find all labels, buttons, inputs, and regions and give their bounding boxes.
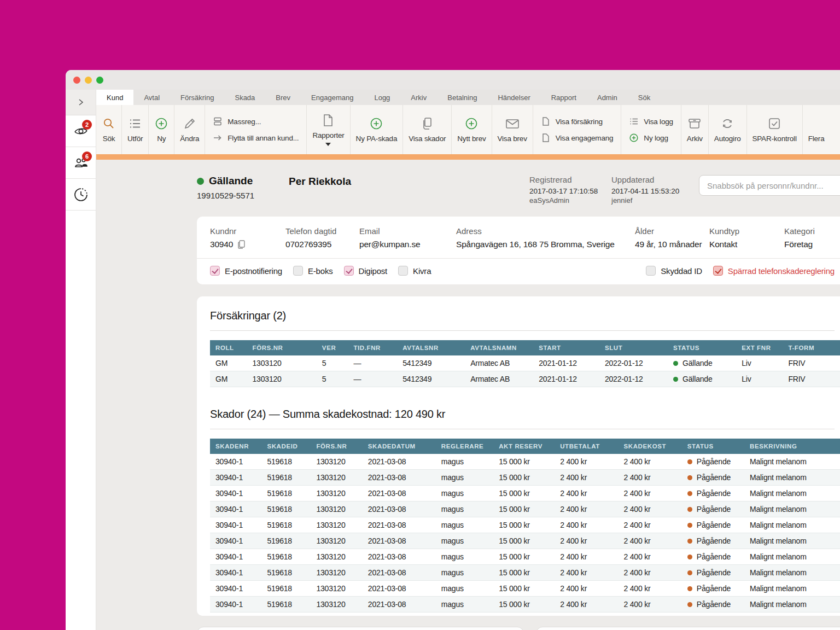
table-cell: 15 000 kr [493, 597, 555, 612]
column-header[interactable]: AVTALSNR [397, 340, 465, 355]
copy-icon[interactable] [237, 240, 246, 249]
table-row[interactable]: 30940-151961813031202021-03-08magus15 00… [210, 501, 840, 517]
visa-forsakring-button[interactable]: Visa försäkring [541, 116, 603, 126]
table-cell: 2 400 kr [618, 517, 681, 533]
table-cell: 519618 [261, 612, 311, 616]
column-header[interactable]: SLUT [599, 340, 668, 355]
autogiro-button[interactable]: Autogiro [709, 105, 747, 154]
column-header[interactable]: REGLERARE [436, 439, 493, 454]
nytt-brev-button[interactable]: Nytt brev [452, 105, 492, 154]
tab-forsakring[interactable]: Försäkring [170, 90, 224, 105]
checkbox-eboks[interactable]: E-boks [293, 266, 333, 276]
visa-brev-button[interactable]: Visa brev [492, 105, 533, 154]
arkiv-button[interactable]: Arkiv [681, 105, 709, 154]
table-cell: PrivatAccess... [837, 501, 840, 517]
checkbox-kivra[interactable]: Kivra [398, 266, 431, 276]
table-row[interactable]: 30940-151961813031202021-03-08magus15 00… [210, 486, 840, 501]
ny-logg-button[interactable]: Ny logg [629, 133, 668, 143]
sidebar-item-customers[interactable]: 6 [66, 147, 96, 179]
table-row[interactable]: 30940-151961813031202021-03-08magus15 00… [210, 517, 840, 533]
table-row[interactable]: 30940-151961813031202021-03-08magus15 00… [210, 581, 840, 597]
tab-betalning[interactable]: Betalning [437, 90, 487, 105]
column-header[interactable]: FÖRS.NR [247, 340, 317, 355]
utfor-button[interactable]: Utför [122, 105, 149, 154]
column-header[interactable]: VER [317, 340, 348, 355]
sidebar-item-watch[interactable]: 2 [66, 115, 96, 147]
sidebar-expand-button[interactable] [66, 90, 96, 115]
tab-brev[interactable]: Brev [265, 90, 301, 105]
table-row[interactable]: 30940-151961813031202021-03-08magus15 00… [210, 470, 840, 486]
table-cell: Malignt melanom [744, 470, 837, 486]
column-header[interactable]: TID.FNR [348, 340, 397, 355]
customer-status: Gällande 19910529-5571 [197, 175, 289, 200]
clock-icon [73, 187, 89, 202]
table-row[interactable]: 30940-151961813031202021-03-08magus15 00… [210, 454, 840, 470]
tab-kund[interactable]: Kund [96, 90, 133, 105]
checkbox-digipost[interactable]: Digipost [344, 266, 388, 276]
table-row[interactable]: 30940-151961813031202021-03-08magus15 00… [210, 565, 840, 581]
flytta-button[interactable]: Flytta till annan kund... [213, 133, 299, 143]
table-row[interactable]: 30940-151961813031202021-03-08magus15 00… [210, 533, 840, 549]
column-header[interactable]: ROLL [210, 340, 247, 355]
column-header[interactable]: UTBETALAT [555, 439, 618, 454]
table-cell: Armatec AB [465, 355, 533, 371]
tab-arkiv[interactable]: Arkiv [400, 90, 437, 105]
rapporter-button[interactable]: Rapporter [307, 105, 350, 154]
ny-button[interactable]: Ny [149, 105, 174, 154]
table-row[interactable]: 30940-151961813031202021-03-08magus15 00… [210, 549, 840, 565]
table-cell: magus [436, 581, 493, 597]
close-button[interactable] [73, 77, 80, 84]
tab-skada[interactable]: Skada [224, 90, 265, 105]
table-cell: 1303120 [311, 533, 362, 549]
sok-button[interactable]: Sök [96, 105, 122, 154]
column-header[interactable]: SKADEDATUM [363, 439, 436, 454]
column-header[interactable]: SKADEKOST [618, 439, 681, 454]
minimize-button[interactable] [85, 77, 92, 84]
column-header[interactable]: EXT FNR [736, 340, 783, 355]
table-cell: PrivatAccess... [837, 565, 840, 581]
zoom-button[interactable] [96, 77, 103, 84]
column-header[interactable]: SKADENR [210, 439, 261, 454]
tab-rapport[interactable]: Rapport [541, 90, 587, 105]
table-row[interactable]: GM13031205—5412349Armatec AB2021-01-1220… [210, 355, 840, 371]
flera-button[interactable]: Flera [803, 105, 840, 154]
column-header[interactable]: FÖRS.NR [311, 439, 362, 454]
column-header[interactable]: STATUS [668, 340, 736, 355]
table-row[interactable]: 30940-151961813031202021-03-08magus15 00… [210, 597, 840, 612]
column-header[interactable]: BESKRIVNING [744, 439, 837, 454]
tab-admin[interactable]: Admin [587, 90, 628, 105]
table-cell: Pågående [682, 486, 744, 501]
tab-logg[interactable]: Logg [364, 90, 400, 105]
tab-avtal[interactable]: Avtal [133, 90, 170, 105]
spar-kontroll-button[interactable]: SPAR-kontroll [747, 105, 803, 154]
status-dot-icon [687, 507, 692, 512]
checkbox-epostnotifiering[interactable]: E-postnotifiering [210, 266, 282, 276]
column-header[interactable]: SKADEKOD [837, 439, 840, 454]
column-header[interactable]: AKT RESERV [493, 439, 555, 454]
table-cell: 5412349 [397, 371, 465, 387]
sidebar-item-history[interactable] [66, 179, 96, 211]
column-header[interactable]: START [533, 340, 599, 355]
andra-button[interactable]: Ändra [174, 105, 205, 154]
registered-user: eaSysAdmin [529, 196, 607, 205]
table-row[interactable]: 30940-151961813031202021-03-08magus15 00… [210, 612, 840, 616]
tab-handelser[interactable]: Händelser [487, 90, 540, 105]
column-header[interactable]: T-FORM [783, 340, 840, 355]
visa-skador-button[interactable]: Visa skador [403, 105, 452, 154]
checkbox-sparrad-telefonskadereglering[interactable]: Spärrad telefonskadereglering [713, 266, 835, 276]
column-header[interactable]: AVTALSNAMN [465, 340, 533, 355]
table-cell: 1303120 [247, 355, 317, 371]
tab-engagemang[interactable]: Engagemang [301, 90, 364, 105]
visa-logg-button[interactable]: Visa logg [629, 116, 673, 126]
checkbox-skyddad-id[interactable]: Skyddad ID [646, 266, 702, 276]
status-dot-icon [673, 377, 678, 382]
ny-pa-skada-button[interactable]: Ny PA-skada [351, 105, 404, 154]
status-dot-icon [687, 586, 692, 591]
massreg-button[interactable]: Massreg... [213, 116, 261, 126]
tab-sok[interactable]: Sök [628, 90, 661, 105]
column-header[interactable]: STATUS [682, 439, 744, 454]
quick-search-input[interactable] [699, 175, 840, 196]
column-header[interactable]: SKADEID [261, 439, 311, 454]
table-row[interactable]: GM13031205—5412349Armatec AB2021-01-1220… [210, 371, 840, 387]
visa-engagemang-button[interactable]: Visa engagemang [541, 133, 614, 143]
